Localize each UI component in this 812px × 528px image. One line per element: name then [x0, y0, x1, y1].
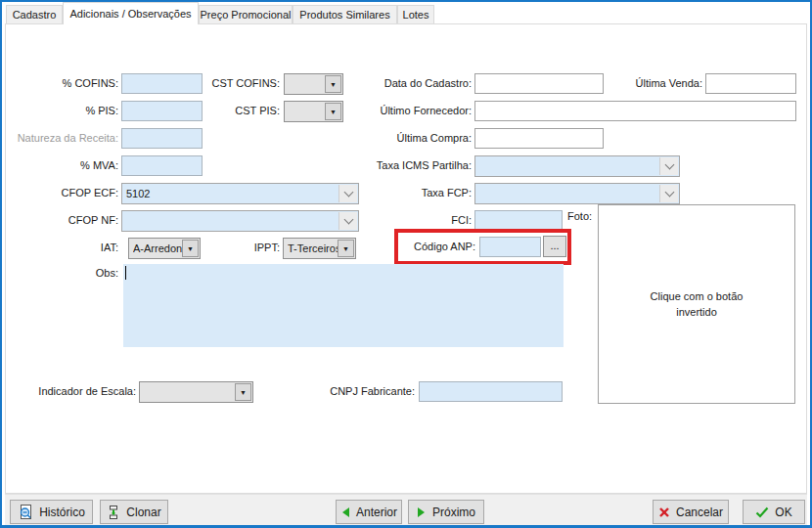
ok-check-icon — [755, 506, 769, 518]
data-cadastro-label: Data do Cadastro: — [358, 73, 472, 94]
cnpj-fabricante-input[interactable] — [419, 381, 563, 402]
ultima-venda-input[interactable] — [705, 73, 796, 94]
ippt-label: IPPT: — [231, 238, 280, 258]
historico-button[interactable]: Histórico — [10, 500, 93, 524]
foto-hint: Clique com o botão invertido — [633, 288, 760, 321]
cfop-ecf-value: 5102 — [126, 188, 150, 199]
tab-strip: Cadastro Adicionais / Observações Preço … — [2, 2, 810, 23]
next-arrow-icon — [417, 506, 427, 518]
iat-value: A-Arredond — [133, 242, 188, 254]
taxa-fcp-select[interactable] — [474, 183, 680, 204]
ultima-compra-input[interactable] — [474, 128, 604, 149]
ippt-value: T-Terceiros — [288, 242, 340, 254]
dropdown-arrow-icon[interactable]: ▼ — [338, 240, 354, 257]
cst-cofins-label: CST COFINS: — [202, 73, 280, 94]
tab-label: Cadastro — [13, 9, 57, 21]
bottom-button-bar: Histórico Clonar Anterior Próximo — [5, 494, 807, 525]
dropdown-arrow-icon[interactable]: ▼ — [235, 383, 251, 401]
cofins-label: % COFINS: — [13, 73, 118, 94]
cfop-ecf-select[interactable]: 5102 — [121, 183, 359, 204]
indicador-escala-select[interactable]: ▼ — [139, 381, 253, 403]
ultimo-fornecedor-input[interactable] — [474, 101, 796, 121]
tab-page-adicionais: % COFINS: CST COFINS: ▼ Data do Cadastro… — [5, 23, 807, 494]
tab-label: Adicionais / Observações — [69, 8, 191, 20]
chevron-down-icon[interactable] — [338, 212, 357, 230]
codigo-anp-browse-button[interactable]: ... — [543, 236, 566, 257]
ultima-venda-label: Última Venda: — [620, 73, 702, 94]
natureza-receita-input[interactable] — [121, 128, 203, 149]
text-caret — [125, 266, 126, 280]
indicador-escala-label: Indicador de Escala: — [25, 381, 136, 402]
cnpj-fabricante-label: CNPJ Fabricante: — [314, 381, 415, 402]
cofins-input[interactable] — [121, 73, 203, 94]
tab-label: Preço Promocional — [201, 9, 292, 21]
proximo-button[interactable]: Próximo — [408, 500, 484, 524]
previous-arrow-icon — [340, 506, 350, 518]
tab-lotes[interactable]: Lotes — [397, 5, 434, 23]
pis-label: % PIS: — [13, 101, 118, 121]
cst-pis-select[interactable]: ▼ — [284, 101, 343, 122]
iat-select[interactable]: A-Arredond ▼ — [128, 238, 201, 259]
chevron-down-icon[interactable] — [338, 185, 357, 202]
pis-input[interactable] — [121, 101, 203, 121]
historico-button-label: Histórico — [39, 506, 85, 519]
cfop-nf-select[interactable] — [121, 210, 359, 232]
tab-cadastro[interactable]: Cadastro — [6, 5, 63, 23]
tab-preco-promocional[interactable]: Preço Promocional — [199, 5, 293, 23]
product-form-window: Cadastro Adicionais / Observações Preço … — [0, 0, 812, 528]
tab-produtos-similares[interactable]: Produtos Similares — [293, 5, 397, 23]
anterior-button[interactable]: Anterior — [336, 500, 402, 524]
tab-label: Produtos Similares — [299, 9, 389, 21]
codigo-anp-input[interactable] — [479, 237, 541, 257]
taxa-icms-partilha-select[interactable] — [474, 155, 680, 177]
clone-icon — [107, 505, 120, 520]
tab-adicionais-observacoes[interactable]: Adicionais / Observações — [63, 2, 199, 24]
data-cadastro-input[interactable] — [474, 73, 604, 94]
foto-label: Foto: — [567, 206, 597, 227]
natureza-receita-label: Natureza da Receita: — [13, 128, 118, 149]
foto-box[interactable]: Clique com o botão invertido — [598, 204, 795, 404]
cancel-x-icon — [658, 506, 670, 518]
dropdown-arrow-icon[interactable]: ▼ — [325, 103, 341, 120]
tab-label: Lotes — [403, 9, 429, 21]
mva-input[interactable] — [121, 155, 203, 176]
cst-cofins-select[interactable]: ▼ — [284, 73, 343, 95]
fci-input[interactable] — [474, 210, 563, 231]
cancelar-button[interactable]: Cancelar — [653, 500, 729, 524]
taxa-icms-partilha-label: Taxa ICMS Partilha: — [358, 155, 472, 176]
chevron-down-icon[interactable] — [659, 185, 678, 202]
cfop-ecf-label: CFOP ECF: — [13, 183, 118, 203]
cfop-nf-label: CFOP NF: — [13, 210, 118, 231]
ok-button[interactable]: OK — [743, 500, 805, 524]
codigo-anp-highlight: Código ANP: ... — [394, 229, 571, 265]
taxa-fcp-label: Taxa FCP: — [358, 183, 472, 203]
ultima-compra-label: Última Compra: — [358, 128, 472, 149]
ultimo-fornecedor-label: Último Fornecedor: — [358, 101, 472, 121]
ok-button-label: OK — [775, 506, 791, 519]
dropdown-arrow-icon[interactable]: ▼ — [325, 75, 341, 93]
history-document-icon — [18, 505, 33, 520]
codigo-anp-label: Código ANP: — [403, 237, 475, 257]
proximo-button-label: Próximo — [432, 506, 475, 519]
iat-label: IAT: — [74, 238, 118, 258]
obs-textarea[interactable] — [123, 264, 564, 347]
fci-label: FCI: — [358, 210, 472, 231]
chevron-down-icon[interactable] — [659, 157, 678, 175]
obs-label: Obs: — [89, 263, 118, 284]
clonar-button[interactable]: Clonar — [100, 500, 168, 524]
clonar-button-label: Clonar — [126, 506, 160, 519]
cst-pis-label: CST PIS: — [202, 101, 280, 121]
anterior-button-label: Anterior — [356, 506, 397, 519]
ippt-select[interactable]: T-Terceiros ▼ — [283, 238, 356, 259]
mva-label: % MVA: — [13, 155, 118, 176]
cancelar-button-label: Cancelar — [676, 506, 723, 519]
dropdown-arrow-icon[interactable]: ▼ — [182, 240, 199, 257]
